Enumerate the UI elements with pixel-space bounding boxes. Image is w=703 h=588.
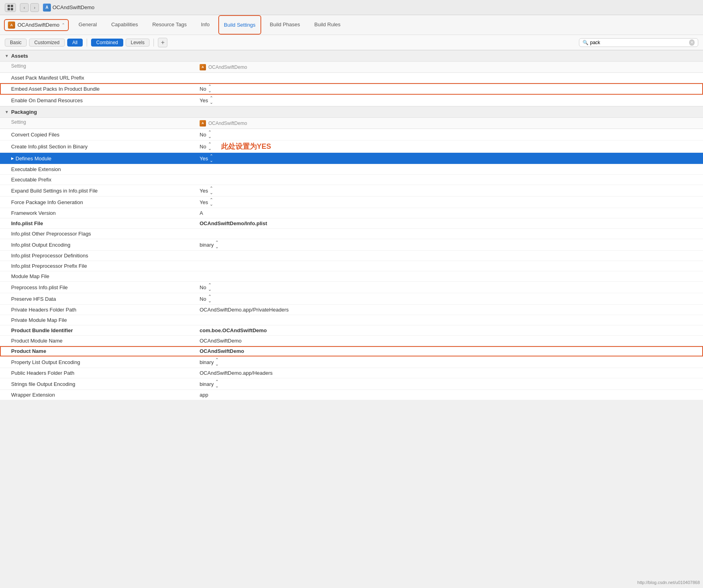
svg-rect-0: [8, 5, 10, 7]
assets-section-title: Assets: [11, 53, 28, 59]
table-row[interactable]: Info.plist Output Encoding binary ⌃⌄: [0, 239, 703, 251]
table-row[interactable]: Info.plist Preprocessor Definitions: [0, 251, 703, 261]
row-value: OCAndSwiftDemo/Info.plist: [195, 219, 703, 228]
forward-button[interactable]: ›: [30, 3, 39, 12]
stepper-icon: ⌃⌄: [215, 380, 219, 388]
stepper-icon: ⌃⌄: [208, 283, 212, 292]
back-button[interactable]: ‹: [20, 3, 29, 12]
row-label: Info.plist Other Preprocessor Flags: [0, 230, 195, 238]
grid-icon[interactable]: [5, 3, 16, 12]
filter-customized-button[interactable]: Customized: [29, 39, 64, 47]
row-value: Yes ⌃⌄: [195, 95, 703, 106]
tabbar: A OCAndSwiftDemo ⌃ General Capabilities …: [0, 15, 703, 35]
table-row[interactable]: Expand Build Settings in Info.plist File…: [0, 185, 703, 197]
row-value: OCAndSwiftDemo: [195, 347, 703, 355]
row-label: Product Module Name: [0, 337, 195, 345]
tab-build-rules[interactable]: Build Rules: [307, 15, 348, 35]
row-label: Framework Version: [0, 209, 195, 217]
stepper-icon: ⌃⌄: [210, 186, 213, 195]
row-value: Yes ⌃⌄: [195, 197, 703, 208]
packaging-section-title: Packaging: [11, 109, 37, 115]
project-icon: A: [43, 4, 51, 12]
row-label: Private Headers Folder Path: [0, 306, 195, 314]
table-row[interactable]: Product Name OCAndSwiftDemo: [0, 346, 703, 356]
row-value: binary ⌃⌄: [195, 239, 703, 250]
filter-basic-button[interactable]: Basic: [5, 39, 27, 47]
row-value: A: [195, 209, 703, 217]
table-row[interactable]: Wrapper Extension app: [0, 390, 703, 400]
row-value: binary ⌃⌄: [195, 356, 703, 368]
filter-add-button[interactable]: +: [158, 38, 167, 47]
table-row[interactable]: Product Module Name OCAndSwiftDemo: [0, 336, 703, 346]
table-row[interactable]: Info.plist File OCAndSwiftDemo/Info.plis…: [0, 218, 703, 229]
table-row[interactable]: Module Map File: [0, 271, 703, 282]
table-row[interactable]: Property List Output Encoding binary ⌃⌄: [0, 356, 703, 368]
tab-general[interactable]: General: [71, 15, 104, 35]
table-row[interactable]: Embed Asset Packs In Product Bundle No ⌃…: [0, 83, 703, 95]
project-selector[interactable]: A OCAndSwiftDemo ⌃: [4, 19, 69, 31]
selector-chevron: ⌃: [62, 23, 65, 27]
row-label: Expand Build Settings in Info.plist File: [0, 187, 195, 195]
nav-buttons: ‹ ›: [20, 3, 39, 12]
filter-combined-button[interactable]: Combined: [91, 39, 123, 47]
row-value: app: [195, 391, 703, 399]
tab-capabilities[interactable]: Capabilities: [104, 15, 145, 35]
tab-resource-tags[interactable]: Resource Tags: [145, 15, 194, 35]
table-row[interactable]: Framework Version A: [0, 208, 703, 218]
table-row[interactable]: Private Headers Folder Path OCAndSwiftDe…: [0, 305, 703, 315]
stepper-icon: ⌃⌄: [208, 130, 212, 139]
table-row[interactable]: Public Headers Folder Path OCAndSwiftDem…: [0, 368, 703, 378]
table-row[interactable]: ▶ Defines Module Yes ⌃⌄: [0, 153, 703, 164]
assets-col-target: A OCAndSwiftDemo: [195, 62, 703, 72]
table-row[interactable]: Strings file Output Encoding binary ⌃⌄: [0, 378, 703, 390]
filter-levels-button[interactable]: Levels: [126, 39, 150, 47]
stepper-icon: ⌃⌄: [208, 294, 212, 303]
table-row[interactable]: Info.plist Preprocessor Prefix File: [0, 261, 703, 271]
row-value: [195, 319, 703, 321]
assets-table: Setting A OCAndSwiftDemo Asset Pack Mani…: [0, 62, 703, 106]
row-label: Force Package Info Generation: [0, 198, 195, 206]
search-icon: 🔍: [583, 40, 588, 45]
assets-col-icon: A: [200, 64, 206, 70]
assets-col-headers: Setting A OCAndSwiftDemo: [0, 62, 703, 73]
row-value: No ⌃⌄: [195, 83, 703, 94]
table-row[interactable]: Create Info.plist Section in Binary No ⌃…: [0, 140, 703, 153]
table-row[interactable]: Executable Extension: [0, 164, 703, 175]
assets-triangle-icon: ▼: [5, 54, 9, 58]
svg-rect-3: [11, 8, 13, 10]
table-row[interactable]: Force Package Info Generation Yes ⌃⌄: [0, 197, 703, 208]
table-row[interactable]: Preserve HFS Data No ⌃⌄: [0, 293, 703, 305]
search-clear-button[interactable]: ✕: [689, 39, 695, 46]
watermark: http://blog.csdn.net/u010407868: [637, 580, 700, 585]
row-value: OCAndSwiftDemo.app/Headers: [195, 369, 703, 377]
row-label: Executable Prefix: [0, 175, 195, 184]
tab-build-phases[interactable]: Build Phases: [263, 15, 307, 35]
table-row[interactable]: Asset Pack Manifest URL Prefix: [0, 73, 703, 83]
search-input[interactable]: [590, 40, 687, 45]
table-row[interactable]: Preprocess Info.plist File No ⌃⌄: [0, 282, 703, 293]
table-row[interactable]: Private Module Map File: [0, 315, 703, 325]
table-row[interactable]: Convert Copied Files No ⌃⌄: [0, 129, 703, 140]
table-row[interactable]: Info.plist Other Preprocessor Flags: [0, 229, 703, 239]
row-value: [195, 179, 703, 181]
stepper-icon: ⌃⌄: [208, 84, 212, 93]
table-row[interactable]: Product Bundle Identifier com.boe.OCAndS…: [0, 325, 703, 336]
row-value: No ⌃⌄: [195, 293, 703, 304]
row-value: binary ⌃⌄: [195, 378, 703, 389]
main-content: ▼ Assets Setting A OCAndSwiftDemo Asset …: [0, 50, 703, 400]
packaging-col-target: A OCAndSwiftDemo: [195, 118, 703, 129]
table-row[interactable]: Enable On Demand Resources Yes ⌃⌄: [0, 95, 703, 106]
row-label: Asset Pack Manifest URL Prefix: [0, 74, 195, 82]
row-label: Executable Extension: [0, 165, 195, 173]
table-row[interactable]: Executable Prefix: [0, 175, 703, 185]
filter-all-button[interactable]: All: [67, 39, 83, 47]
row-value: No ⌃⌄: [195, 129, 703, 140]
row-label: Preserve HFS Data: [0, 295, 195, 303]
assets-section-header[interactable]: ▼ Assets: [0, 50, 703, 62]
row-label: Module Map File: [0, 272, 195, 280]
packaging-section-header[interactable]: ▼ Packaging: [0, 106, 703, 118]
tab-build-settings[interactable]: Build Settings: [218, 15, 261, 35]
packaging-triangle-icon: ▼: [5, 110, 9, 114]
tab-info[interactable]: Info: [194, 15, 217, 35]
row-label: Info.plist File: [0, 219, 195, 228]
